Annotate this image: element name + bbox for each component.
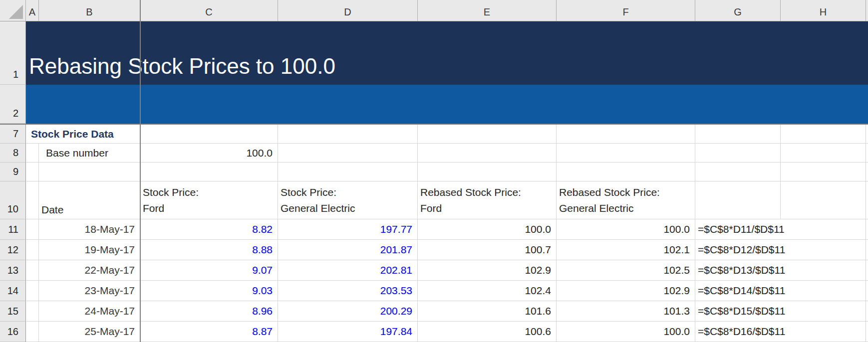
cell-A-12[interactable] [26,240,39,260]
ford-rebased-cell-15[interactable]: 101.6 [418,301,557,322]
date-cell-14[interactable]: 23-May-17 [39,281,140,301]
ge-rebased-cell-13[interactable]: 102.5 [557,260,695,281]
cell-F9[interactable] [557,163,695,181]
cell-G10[interactable] [695,181,781,219]
cell-G7[interactable] [695,125,781,144]
date-cell-15[interactable]: 24-May-17 [39,301,140,322]
ford-price-cell-16[interactable]: 8.87 [140,322,278,342]
ge-price-cell-15[interactable]: 200.29 [278,301,418,322]
row-header-14[interactable]: 14 [0,281,26,301]
formula-cell-11[interactable]: =$C$8*D11/$D$11 [695,219,866,240]
ford-rebased-cell-12[interactable]: 100.7 [418,240,557,260]
column-header-B[interactable]: B [39,0,140,21]
column-header-D[interactable]: D [278,0,418,21]
cell-sliver-14[interactable] [866,281,868,301]
ge-rebased-cell-15[interactable]: 101.3 [557,301,695,322]
cell-G9[interactable] [695,163,781,181]
row-header-13[interactable]: 13 [0,260,26,281]
column-header-G[interactable]: G [695,0,781,21]
cell-C9[interactable] [140,163,278,181]
cell-A10[interactable] [26,181,39,219]
column-header-F[interactable]: F [557,0,695,21]
ford-price-cell-13[interactable]: 9.07 [140,260,278,281]
column-header-A[interactable]: A [26,0,39,21]
ford-price-cell-14[interactable]: 9.03 [140,281,278,301]
ge-price-cell-13[interactable]: 202.81 [278,260,418,281]
cell-sliver-12[interactable] [866,240,868,260]
cell-D9[interactable] [278,163,418,181]
cell-H9[interactable] [781,163,866,181]
ge-price-cell-14[interactable]: 203.53 [278,281,418,301]
cell-A-14[interactable] [26,281,39,301]
cell-A-13[interactable] [26,260,39,281]
ford-rebased-cell-14[interactable]: 102.4 [418,281,557,301]
row-header-11[interactable]: 11 [0,219,26,240]
row-header-12[interactable]: 12 [0,240,26,260]
ge-price-header-cell[interactable]: Stock Price: General Electric [278,181,418,219]
cell-A9[interactable] [26,163,39,181]
ford-rebased-cell-16[interactable]: 100.6 [418,322,557,342]
column-header-H[interactable]: H [781,0,866,21]
cell-sliver-11[interactable] [866,219,868,240]
row-header-15[interactable]: 15 [0,301,26,322]
cell-sliver-13[interactable] [866,260,868,281]
formula-cell-16[interactable]: =$C$8*D16/$D$11 [695,322,866,342]
row-header-2[interactable]: 2 [0,85,26,124]
date-cell-16[interactable]: 25-May-17 [39,322,140,342]
cell-sliver-15[interactable] [866,301,868,322]
cell-sliver-16[interactable] [866,322,868,342]
cell-H10[interactable] [781,181,866,219]
cell-F8[interactable] [557,144,695,163]
cell-D8[interactable] [278,144,418,163]
cell-E9[interactable] [418,163,557,181]
cell-B9[interactable] [39,163,140,181]
ge-rebased-header-cell[interactable]: Rebased Stock Price: General Electric [557,181,695,219]
date-cell-12[interactable]: 19-May-17 [39,240,140,260]
formula-cell-15[interactable]: =$C$8*D15/$D$11 [695,301,866,322]
ford-rebased-cell-13[interactable]: 102.9 [418,260,557,281]
row-header-10[interactable]: 10 [0,181,26,219]
cell-G8[interactable] [695,144,781,163]
ge-rebased-cell-11[interactable]: 100.0 [557,219,695,240]
row-header-8[interactable]: 8 [0,144,26,163]
cell-F7[interactable] [557,125,695,144]
ford-price-cell-12[interactable]: 8.88 [140,240,278,260]
title-banner[interactable]: Rebasing Stock Prices to 100.0 [26,21,868,85]
formula-cell-14[interactable]: =$C$8*D14/$D$11 [695,281,866,301]
date-cell-11[interactable]: 18-May-17 [39,219,140,240]
cell-A-16[interactable] [26,322,39,342]
cell-A-11[interactable] [26,219,39,240]
ge-price-cell-12[interactable]: 201.87 [278,240,418,260]
row-header-1[interactable]: 1 [0,21,26,85]
base-number-label-cell[interactable]: Base number [39,144,140,163]
ford-price-cell-15[interactable]: 8.96 [140,301,278,322]
ge-rebased-cell-16[interactable]: 100.0 [557,322,695,342]
ford-price-header-cell[interactable]: Stock Price: Ford [140,181,278,219]
row-header-16[interactable]: 16 [0,322,26,342]
formula-cell-13[interactable]: =$C$8*D13/$D$11 [695,260,866,281]
ford-rebased-cell-11[interactable]: 100.0 [418,219,557,240]
sub-banner[interactable] [26,85,868,124]
cell-H7[interactable] [781,125,866,144]
ge-rebased-cell-12[interactable]: 102.1 [557,240,695,260]
cell-H8[interactable] [781,144,866,163]
cell-E7[interactable] [418,125,557,144]
cell-D7[interactable] [278,125,418,144]
select-all-corner[interactable] [0,0,26,21]
ge-rebased-cell-14[interactable]: 102.9 [557,281,695,301]
cell-C7[interactable] [140,125,278,144]
cell-E8[interactable] [418,144,557,163]
cell-A8[interactable] [26,144,39,163]
column-header-C[interactable]: C [140,0,278,21]
row-header-9[interactable]: 9 [0,163,26,181]
date-header-cell[interactable]: Date [39,181,140,219]
column-header-E[interactable]: E [418,0,557,21]
cell-A-15[interactable] [26,301,39,322]
date-cell-13[interactable]: 22-May-17 [39,260,140,281]
section-title-cell[interactable]: Stock Price Data [26,125,140,144]
formula-cell-12[interactable]: =$C$8*D12/$D$11 [695,240,866,260]
ge-price-cell-11[interactable]: 197.77 [278,219,418,240]
ford-rebased-header-cell[interactable]: Rebased Stock Price: Ford [418,181,557,219]
ge-price-cell-16[interactable]: 197.84 [278,322,418,342]
base-number-value-cell[interactable]: 100.0 [140,144,278,163]
